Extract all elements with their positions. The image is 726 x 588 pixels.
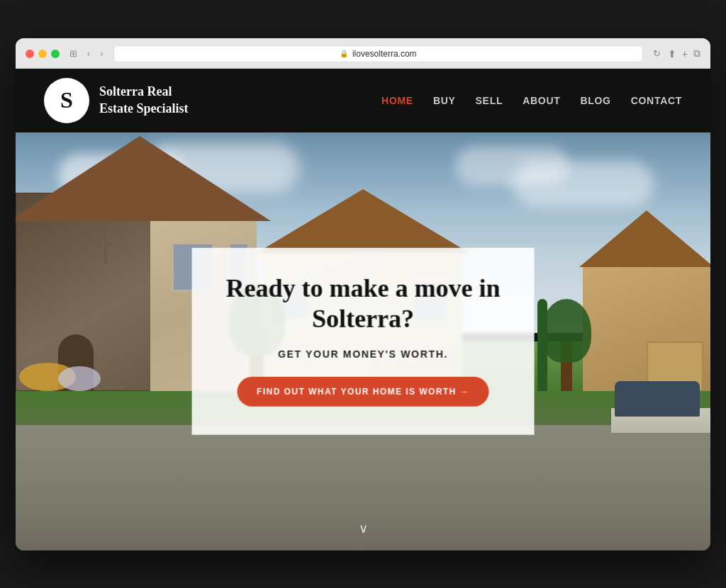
logo-area[interactable]: S Solterra Real Estate Specialist <box>44 78 189 123</box>
grid-icon[interactable]: ⊞ <box>67 47 80 60</box>
logo-icon: S <box>44 78 89 123</box>
tree-top-2 <box>542 299 591 363</box>
url-text: ilovesolterra.com <box>352 49 417 59</box>
browser-nav-controls: ⊞ ‹ › <box>67 47 106 60</box>
cloud-4 <box>455 147 569 186</box>
cypress-tree <box>537 299 547 391</box>
car <box>615 381 700 417</box>
maximize-button[interactable] <box>51 50 60 58</box>
share-icon[interactable]: ⬆ <box>668 48 676 60</box>
browser-chrome: ⊞ ‹ › 🔒 ilovesolterra.com ↻ ⬆ + ⧉ <box>16 38 710 69</box>
nav-home[interactable]: HOME <box>381 95 413 106</box>
lock-icon: 🔒 <box>340 50 348 57</box>
house-right-roof <box>579 210 710 267</box>
add-tab-icon[interactable]: + <box>682 48 688 60</box>
hero-section: Ready to make a move in Solterra? GET YO… <box>16 132 710 550</box>
forward-button[interactable]: › <box>97 47 106 60</box>
nav-links: HOME BUY SELL ABOUT BLOG CONTACT <box>381 95 682 106</box>
nav-blog[interactable]: BLOG <box>580 95 610 106</box>
browser-window: ⊞ ‹ › 🔒 ilovesolterra.com ↻ ⬆ + ⧉ S So <box>16 38 710 550</box>
scroll-indicator[interactable]: ∨ <box>359 521 368 536</box>
hero-title: Ready to make a move in Solterra? <box>226 273 501 334</box>
logo-text: Solterra Real Estate Specialist <box>99 84 189 117</box>
cta-button[interactable]: FIND OUT WHAT YOUR HOME IS WORTH → <box>237 377 489 407</box>
tabs-icon[interactable]: ⧉ <box>693 47 700 60</box>
house-center-roof <box>257 189 469 253</box>
house-left-roof <box>16 136 271 221</box>
traffic-lights <box>26 50 60 58</box>
back-button[interactable]: ‹ <box>84 47 93 60</box>
cross-horizontal <box>97 243 114 246</box>
minimize-button[interactable] <box>38 50 47 58</box>
close-button[interactable] <box>26 50 34 58</box>
refresh-icon[interactable]: ↻ <box>653 48 661 59</box>
main-navigation: S Solterra Real Estate Specialist HOME B… <box>16 69 710 132</box>
browser-actions: ⬆ + ⧉ <box>668 47 700 60</box>
website-content: S Solterra Real Estate Specialist HOME B… <box>16 69 710 550</box>
hero-subtitle: GET YOUR MONEY'S WORTH. <box>226 349 501 360</box>
address-bar[interactable]: 🔒 ilovesolterra.com <box>113 45 643 62</box>
nav-contact[interactable]: CONTACT <box>631 95 682 106</box>
nav-about[interactable]: ABOUT <box>523 95 560 106</box>
cross-vertical <box>104 228 107 264</box>
nav-buy[interactable]: BUY <box>433 95 456 106</box>
hero-overlay-panel: Ready to make a move in Solterra? GET YO… <box>192 247 535 434</box>
nav-sell[interactable]: SELL <box>476 95 503 106</box>
